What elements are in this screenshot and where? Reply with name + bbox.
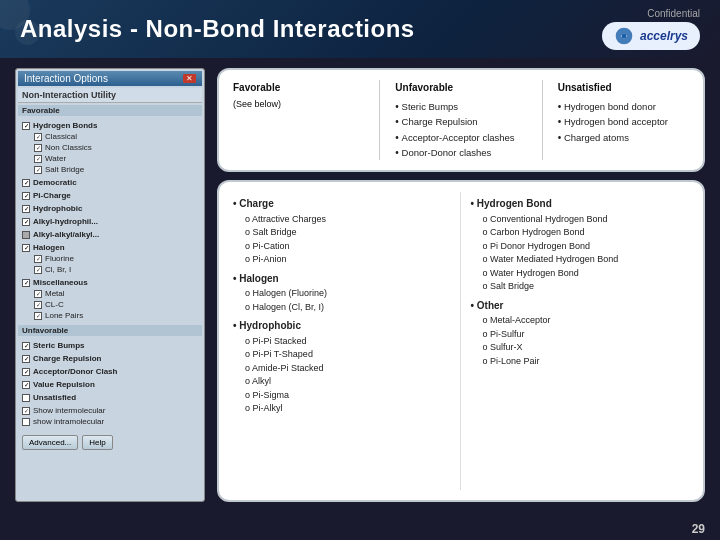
checkbox-democratic[interactable] [22, 179, 30, 187]
show-intermolecular-label: Show intermolecular [33, 406, 105, 415]
panel-close-button[interactable]: ✕ [183, 74, 196, 83]
unsatisfied-header: Unsatisfied [558, 80, 689, 96]
show-intramolecular-label: show intramolecular [33, 417, 104, 426]
checkbox-classical[interactable] [34, 133, 42, 141]
content-right: • Hydrogen Bond Conventional Hydrogen Bo… [461, 192, 690, 490]
list-item: Pi-Charge [18, 190, 202, 201]
list-item: Classical [18, 131, 202, 142]
halogen-item-fluorine: Halogen (Fluorine) [233, 287, 452, 301]
accelrys-logo-icon [614, 26, 634, 46]
show-intermolecular-row: Show intermolecular [18, 405, 202, 416]
unsatisfied-item: Hydrogen bond donor [558, 99, 689, 114]
unfavorable-item: Steric Bumps [395, 99, 526, 114]
unfavorable-col: Unfavorable Steric Bumps Charge Repulsio… [395, 80, 526, 160]
checkbox-hydrogen-bonds[interactable] [22, 122, 30, 130]
charge-item-salt-bridge: Salt Bridge [233, 226, 452, 240]
checkbox-water[interactable] [34, 155, 42, 163]
charge-item-pi-anion: Pi-Anion [233, 253, 452, 267]
checkbox-unsatisfied[interactable] [22, 394, 30, 402]
unfavorable-item: Acceptor-Acceptor clashes [395, 130, 526, 145]
logo-area: Confidential accelrys [602, 8, 700, 50]
content-box: • Charge Attractive Charges Salt Bridge … [217, 180, 705, 502]
checkbox-fluorine[interactable] [34, 255, 42, 263]
hydrophobic-item-alkyl: Alkyl [233, 375, 452, 389]
checkbox-acceptor-donor[interactable] [22, 368, 30, 376]
unfavorable-item: Charge Repulsion [395, 114, 526, 129]
list-item: Alkyl-alkyl/alkyl... [18, 229, 202, 240]
other-item-sulfur-x: Sulfur-X [471, 341, 690, 355]
hydrophobic-section-title: • Hydrophobic [233, 318, 452, 334]
favorable-col: Favorable(See below) [233, 80, 364, 160]
hbond-section-title: • Hydrogen Bond [471, 196, 690, 212]
logo-badge: accelrys [602, 22, 700, 50]
header-decoration [0, 0, 50, 58]
charge-section-title: • Charge [233, 196, 452, 212]
page-footer: 29 [677, 518, 720, 540]
advanced-button[interactable]: Advanced... [22, 435, 78, 450]
svg-point-1 [621, 34, 626, 39]
checkbox-salt-bridge[interactable] [34, 166, 42, 174]
show-intramolecular-row: show intramolecular [18, 416, 202, 427]
panel-buttons: Advanced... Help [18, 431, 202, 454]
hydrophobic-item-pi-pi-stacked: Pi-Pi Stacked [233, 335, 452, 349]
other-item-pi-sulfur: Pi-Sulfur [471, 328, 690, 342]
page-number: 29 [692, 522, 705, 536]
checkbox-alkyl-hydrophil[interactable] [22, 218, 30, 226]
favorable-section-header: Favorable [18, 105, 202, 116]
list-item: Alkyl-hydrophil... [18, 216, 202, 227]
unsatisfied-item: Charged atoms [558, 130, 689, 145]
hbond-item-water-mediated: Water Mediated Hydrogen Bond [471, 253, 690, 267]
unsatisfied-col: Unsatisfied Hydrogen bond donor Hydrogen… [558, 80, 689, 160]
page-title: Analysis - Non-Bond Interactions [20, 15, 415, 43]
list-item: Cl, Br, I [18, 264, 202, 275]
info-box: Favorable(See below) Unfavorable Steric … [217, 68, 705, 172]
help-button[interactable]: Help [82, 435, 112, 450]
unfavorable-item: Donor-Donor clashes [395, 145, 526, 160]
panel-titlebar: Interaction Options ✕ [18, 71, 202, 86]
checkbox-lone-pairs[interactable] [34, 312, 42, 320]
checkbox-alkyl-alkyl[interactable] [22, 231, 30, 239]
hydrophobic-item-pi-pi-t: Pi-Pi T-Shaped [233, 348, 452, 362]
checkbox-misc[interactable] [22, 279, 30, 287]
favorable-header: Favorable(See below) [233, 80, 364, 112]
list-item: Democratic [18, 177, 202, 188]
other-item-metal-acceptor: Metal-Acceptor [471, 314, 690, 328]
favorable-list: Hydrogen Bonds Classical Non Classics Wa… [18, 116, 202, 323]
list-item: Water [18, 153, 202, 164]
confidential-label: Confidential [647, 8, 700, 19]
checkbox-show-intermolecular[interactable] [22, 407, 30, 415]
hbond-item-water: Water Hydrogen Bond [471, 267, 690, 281]
checkbox-show-intramolecular[interactable] [22, 418, 30, 426]
hbond-item-pi-donor: Pi Donor Hydrogen Bond [471, 240, 690, 254]
hbond-item-conventional: Conventional Hydrogen Bond [471, 213, 690, 227]
list-item: Non Classics [18, 142, 202, 153]
hydrophobic-item-pi-alkyl: Pi-Alkyl [233, 402, 452, 416]
hydrophobic-item-amide-pi: Amide-Pi Stacked [233, 362, 452, 376]
checkbox-cl-br-i[interactable] [34, 266, 42, 274]
panel-subtitle: Non-Interaction Utility [18, 88, 202, 103]
list-item: Lone Pairs [18, 310, 202, 321]
hydrophobic-item-pi-sigma: Pi-Sigma [233, 389, 452, 403]
unfavorable-list: Steric Bumps Charge Repulsion Acceptor/D… [18, 336, 202, 405]
charge-item-pi-cation: Pi-Cation [233, 240, 452, 254]
other-section-title: • Other [471, 298, 690, 314]
checkbox-charge-repulsion[interactable] [22, 355, 30, 363]
checkbox-pi-charge[interactable] [22, 192, 30, 200]
halogen-section-title: • Halogen [233, 271, 452, 287]
list-item: Hydrogen Bonds [18, 120, 202, 131]
checkbox-non-classics[interactable] [34, 144, 42, 152]
header: Analysis - Non-Bond Interactions Confide… [0, 0, 720, 58]
checkbox-steric-bumps[interactable] [22, 342, 30, 350]
list-item: Hydrophobic [18, 203, 202, 214]
list-item: Unsatisfied [18, 392, 202, 403]
checkbox-cl-c[interactable] [34, 301, 42, 309]
checkbox-value-repulsion[interactable] [22, 381, 30, 389]
content-left: • Charge Attractive Charges Salt Bridge … [233, 192, 461, 490]
unsatisfied-item: Hydrogen bond acceptor [558, 114, 689, 129]
list-item: CL-C [18, 299, 202, 310]
list-item: Fluorine [18, 253, 202, 264]
checkbox-halogen[interactable] [22, 244, 30, 252]
checkbox-metal[interactable] [34, 290, 42, 298]
checkbox-hydrophobic[interactable] [22, 205, 30, 213]
right-panel: Favorable(See below) Unfavorable Steric … [217, 68, 705, 502]
